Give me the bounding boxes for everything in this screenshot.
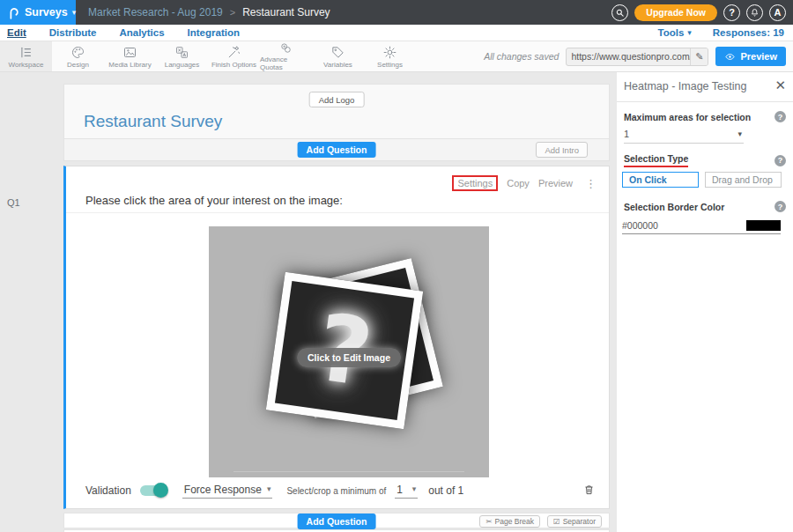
max-areas-value: 1	[624, 129, 629, 139]
edit-url-button[interactable]: ✎	[690, 48, 708, 65]
wand-icon	[226, 45, 241, 60]
minimum-select-text: Select/crop a minimum of	[286, 486, 386, 496]
chevron-down-icon: ▾	[72, 9, 77, 17]
question-settings-button[interactable]: Settings	[452, 175, 498, 191]
questionpro-app: Surveys ▾ Market Research - Aug 2019 > R…	[0, 0, 793, 532]
scissors-icon: ✂	[485, 517, 492, 526]
tag-icon	[330, 45, 345, 60]
delete-question-button[interactable]	[583, 484, 595, 499]
on-click-option[interactable]: On Click	[622, 172, 699, 188]
tool-label: Advance Quotas	[260, 55, 312, 71]
search-button[interactable]	[611, 4, 628, 21]
tool-variables[interactable]: Variables	[312, 41, 364, 71]
color-swatch[interactable]	[746, 220, 781, 231]
tool-settings[interactable]: Settings	[364, 41, 416, 71]
drag-and-drop-option[interactable]: Drag and Drop	[705, 172, 782, 188]
chain-links-icon	[278, 41, 293, 55]
checkbox-icon: ☑	[553, 517, 560, 526]
panel-divider	[617, 101, 793, 102]
separator-button[interactable]: ☑ Separator	[547, 515, 602, 528]
breadcrumb-separator: >	[230, 7, 235, 18]
translate-icon	[174, 45, 189, 60]
question-copy-button[interactable]: Copy	[507, 178, 530, 188]
responses-count[interactable]: Responses: 19	[713, 27, 784, 38]
workspace-icon	[19, 45, 33, 60]
tool-workspace[interactable]: Workspace	[0, 41, 52, 71]
account-avatar[interactable]: A	[769, 4, 786, 21]
add-logo-button[interactable]: Add Logo	[309, 92, 365, 107]
chevron-down-icon: ▾	[267, 485, 271, 493]
validation-row: Validation Force Response ▾ Select/crop …	[85, 482, 595, 499]
add-question-button-top[interactable]: Add Question	[298, 142, 376, 158]
survey-header-card: Add Logo Restaurant Survey Add Question …	[63, 84, 610, 161]
question-card: Settings Copy Preview ⋮ Please click the…	[63, 166, 610, 509]
heatmap-image-placeholder[interactable]: ? Click to Edit Image	[209, 226, 489, 477]
tool-label: Finish Options	[211, 61, 256, 69]
force-response-value: Force Response	[184, 484, 262, 496]
tool-finish-options[interactable]: Finish Options	[208, 41, 260, 71]
nav-tab-distribute[interactable]: Distribute	[49, 27, 97, 38]
surveys-menu[interactable]: Surveys ▾	[0, 0, 76, 25]
upgrade-now-button[interactable]: Upgrade Now	[634, 4, 717, 21]
survey-title[interactable]: Restaurant Survey	[84, 112, 222, 131]
help-button[interactable]: ?	[723, 4, 740, 21]
validation-toggle[interactable]	[140, 485, 167, 496]
help-icon[interactable]: ?	[774, 155, 786, 166]
topbar-actions: Upgrade Now ? A	[611, 4, 793, 21]
chevron-down-icon: ▾	[737, 130, 742, 138]
tool-label: Design	[67, 61, 89, 69]
page-break-button[interactable]: ✂ Page Break	[479, 515, 540, 528]
tool-label: Variables	[323, 61, 352, 69]
border-color-row: Selection Border Color ?	[624, 201, 786, 212]
tool-label: Settings	[377, 61, 403, 69]
nav-tab-edit[interactable]: Edit	[7, 27, 26, 38]
tool-design[interactable]: Design	[52, 41, 104, 71]
toggle-knob	[153, 483, 168, 498]
pencil-icon: ✎	[695, 51, 703, 63]
panel-header: Heatmap - Image Testing ✕	[624, 79, 786, 92]
tools-label: Tools	[657, 27, 684, 38]
tool-advance-quotas[interactable]: Advance Quotas	[260, 41, 312, 71]
help-icon[interactable]: ?	[774, 111, 786, 122]
click-to-edit-image-button[interactable]: Click to Edit Image	[297, 348, 401, 367]
preview-button[interactable]: Preview	[715, 47, 786, 66]
survey-url-value: https://www.questionpro.com/t/APNrFZ	[567, 51, 690, 62]
tool-media-library[interactable]: Media Library	[104, 41, 156, 71]
nav-tab-analytics[interactable]: Analytics	[119, 27, 164, 38]
minimum-value: 1	[396, 484, 403, 496]
survey-url-field[interactable]: https://www.questionpro.com/t/APNrFZ ✎	[566, 48, 708, 66]
selection-type-buttons: On Click Drag and Drop	[622, 172, 782, 188]
toolbar-right: All changes saved https://www.questionpr…	[484, 41, 793, 71]
palette-icon	[70, 45, 85, 60]
question-divider	[66, 212, 609, 213]
panel-title: Heatmap - Image Testing	[624, 80, 746, 92]
tool-languages[interactable]: Languages	[156, 41, 208, 71]
chevron-down-icon: ▾	[687, 29, 692, 37]
breadcrumb-folder[interactable]: Market Research - Aug 2019	[88, 6, 223, 18]
minimum-value-dropdown[interactable]: 1 ▾	[395, 484, 418, 499]
product-name: Surveys	[25, 6, 68, 18]
add-intro-button[interactable]: Add Intro	[536, 142, 588, 158]
gear-icon	[382, 45, 397, 60]
kebab-menu-icon[interactable]: ⋮	[585, 177, 597, 190]
page-break-label: Page Break	[495, 517, 534, 526]
close-panel-button[interactable]: ✕	[774, 79, 786, 92]
border-color-input[interactable]: #000000	[622, 220, 781, 234]
help-icon[interactable]: ?	[774, 201, 786, 212]
chevron-down-icon: ▾	[412, 485, 417, 493]
selection-type-row: Selection Type ?	[624, 153, 786, 167]
placeholder-baseline	[233, 471, 464, 472]
question-text[interactable]: Please click the area of your interest o…	[85, 194, 343, 207]
add-question-button-bottom[interactable]: Add Question	[298, 514, 376, 529]
eye-icon	[724, 52, 736, 62]
survey-header-footer: Add Question Add Intro	[64, 138, 609, 160]
question-preview-button[interactable]: Preview	[538, 178, 573, 188]
force-response-dropdown[interactable]: Force Response ▾	[182, 484, 273, 499]
notifications-button[interactable]	[746, 4, 763, 21]
max-areas-select[interactable]: 1 ▾	[624, 129, 744, 144]
questionpro-logo-icon	[7, 5, 20, 20]
question-number-label: Q1	[7, 197, 20, 208]
nav-tab-integration[interactable]: Integration	[188, 27, 240, 38]
tools-dropdown[interactable]: Tools▾	[657, 27, 691, 38]
top-bar: Surveys ▾ Market Research - Aug 2019 > R…	[0, 0, 793, 25]
